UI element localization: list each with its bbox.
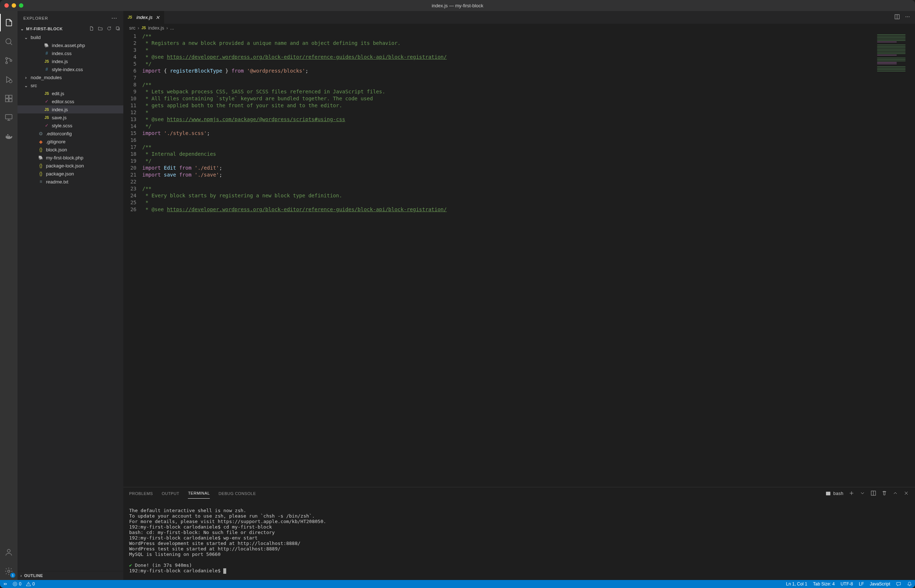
breadcrumb[interactable]: src › JS index.js › ... [123, 24, 915, 32]
js-file-icon: JS [142, 26, 146, 30]
svg-rect-12 [9, 136, 10, 137]
outline-label: OUTLINE [24, 573, 43, 578]
collapse-all-icon[interactable] [115, 26, 120, 32]
new-terminal-icon[interactable] [849, 490, 854, 497]
close-tab-icon[interactable]: ✕ [155, 15, 160, 20]
settings-gear-icon[interactable] [0, 562, 18, 580]
svg-point-0 [6, 39, 11, 44]
extensions-icon[interactable] [0, 90, 18, 107]
errors-count[interactable]: 0 [12, 582, 21, 586]
terminal-output[interactable]: The default interactive shell is now zsh… [123, 499, 915, 580]
remote-indicator[interactable] [3, 582, 8, 586]
svg-rect-6 [9, 95, 12, 98]
docker-icon[interactable] [0, 128, 18, 145]
editor-tabs: JS index.js ✕ ⋯ [123, 11, 915, 24]
language-mode[interactable]: JavaScript [870, 582, 890, 586]
tab-terminal[interactable]: TERMINAL [188, 488, 210, 499]
breadcrumb-file[interactable]: index.js [148, 25, 164, 31]
svg-rect-18 [826, 492, 830, 495]
close-panel-icon[interactable] [903, 490, 909, 497]
tab-label: index.js [136, 15, 152, 20]
chevron-down-icon: ⌄ [20, 27, 24, 31]
terminal-shell[interactable]: bash [825, 491, 844, 496]
file-edit-js[interactable]: JSedit.js [18, 89, 123, 97]
js-file-icon: JS [128, 15, 134, 19]
tab-output[interactable]: OUTPUT [162, 488, 179, 499]
file--gitignore[interactable]: ◆.gitignore [18, 137, 123, 145]
remote-icon[interactable] [0, 109, 18, 126]
svg-point-14 [7, 549, 10, 552]
sidebar: EXPLORER ⋯ ⌄ MY-FIRST-BLOCK ⌄build🐘index… [18, 11, 123, 580]
file-my-first-block-php[interactable]: 🐘my-first-block.php [18, 153, 123, 162]
warnings-count[interactable]: 0 [26, 582, 35, 586]
source-control-icon[interactable] [0, 52, 18, 69]
close-window[interactable] [4, 3, 9, 8]
new-file-icon[interactable] [89, 26, 94, 32]
folder-name: MY-FIRST-BLOCK [26, 27, 63, 31]
line-numbers: 1234567891011121314151617181920212223242… [123, 32, 142, 487]
folder-node-modules[interactable]: ›node_modules [18, 73, 123, 81]
file-index-js[interactable]: JSindex.js [18, 57, 123, 65]
folder-src[interactable]: ⌄src [18, 81, 123, 89]
activity-bar [0, 11, 18, 580]
breadcrumb-more[interactable]: ... [170, 25, 174, 31]
svg-rect-11 [7, 136, 8, 137]
maximize-panel-icon[interactable] [892, 490, 898, 497]
file-readme-txt[interactable]: ≡readme.txt [18, 178, 123, 186]
notifications-icon[interactable] [907, 582, 912, 586]
maximize-window[interactable] [19, 3, 23, 8]
file-style-scss[interactable]: ✓style.scss [18, 121, 123, 129]
tab-index-js[interactable]: JS index.js ✕ [123, 11, 165, 24]
file-block-json[interactable]: {}block.json [18, 145, 123, 153]
file-editor-scss[interactable]: ✓editor.scss [18, 97, 123, 105]
file-index-asset-php[interactable]: 🐘index.asset.php [18, 41, 123, 49]
file-tree: ⌄build🐘index.asset.php#index.cssJSindex.… [18, 33, 123, 571]
file-package-json[interactable]: {}package.json [18, 170, 123, 178]
file-index-js[interactable]: JSindex.js [18, 105, 123, 113]
file-package-lock-json[interactable]: {}package-lock.json [18, 162, 123, 170]
breadcrumb-src[interactable]: src [129, 25, 135, 31]
file-index-css[interactable]: #index.css [18, 49, 123, 57]
outline-section[interactable]: › OUTLINE [18, 571, 123, 580]
svg-point-3 [10, 60, 12, 61]
feedback-icon[interactable] [896, 582, 901, 586]
folder-build[interactable]: ⌄build [18, 33, 123, 41]
svg-point-1 [6, 58, 8, 60]
more-actions-icon[interactable]: ⋯ [905, 14, 910, 21]
svg-point-2 [6, 62, 8, 64]
encoding[interactable]: UTF-8 [841, 582, 853, 586]
split-terminal-icon[interactable] [870, 490, 876, 497]
breadcrumb-sep: › [167, 25, 168, 31]
indentation[interactable]: Tab Size: 4 [813, 582, 835, 586]
search-icon[interactable] [0, 33, 18, 50]
eol[interactable]: LF [859, 582, 864, 586]
tab-problems[interactable]: PROBLEMS [129, 488, 153, 499]
code-editor[interactable]: 1234567891011121314151617181920212223242… [123, 32, 915, 487]
refresh-icon[interactable] [107, 26, 112, 32]
code-content[interactable]: /** * Registers a new block provided a u… [142, 32, 875, 487]
explorer-more-icon[interactable]: ⋯ [111, 15, 118, 21]
file-save-js[interactable]: JSsave.js [18, 113, 123, 121]
explorer-icon[interactable] [0, 14, 18, 31]
kill-terminal-icon[interactable] [881, 490, 887, 497]
window-title: index.js — my-first-block [432, 3, 483, 8]
tab-debug-console[interactable]: DEBUG CONSOLE [218, 488, 256, 499]
folder-header[interactable]: ⌄ MY-FIRST-BLOCK [18, 24, 123, 33]
titlebar: index.js — my-first-block [0, 0, 915, 11]
svg-rect-5 [5, 95, 8, 98]
run-debug-icon[interactable] [0, 71, 18, 88]
cursor-position[interactable]: Ln 1, Col 1 [786, 582, 807, 586]
file-style-index-css[interactable]: #style-index.css [18, 65, 123, 73]
new-folder-icon[interactable] [98, 26, 103, 32]
account-icon[interactable] [0, 543, 18, 561]
explorer-label: EXPLORER [23, 16, 48, 20]
minimap[interactable] [875, 32, 915, 487]
terminal-dropdown-icon[interactable] [860, 490, 865, 497]
svg-point-4 [9, 80, 12, 83]
bottom-panel: PROBLEMS OUTPUT TERMINAL DEBUG CONSOLE b… [123, 487, 915, 580]
status-bar: 0 0 Ln 1, Col 1 Tab Size: 4 UTF-8 LF Jav… [0, 580, 915, 588]
split-editor-icon[interactable] [894, 14, 900, 21]
file--editorconfig[interactable]: ⚙.editorconfig [18, 129, 123, 137]
svg-rect-13 [7, 134, 8, 135]
minimize-window[interactable] [12, 3, 16, 8]
